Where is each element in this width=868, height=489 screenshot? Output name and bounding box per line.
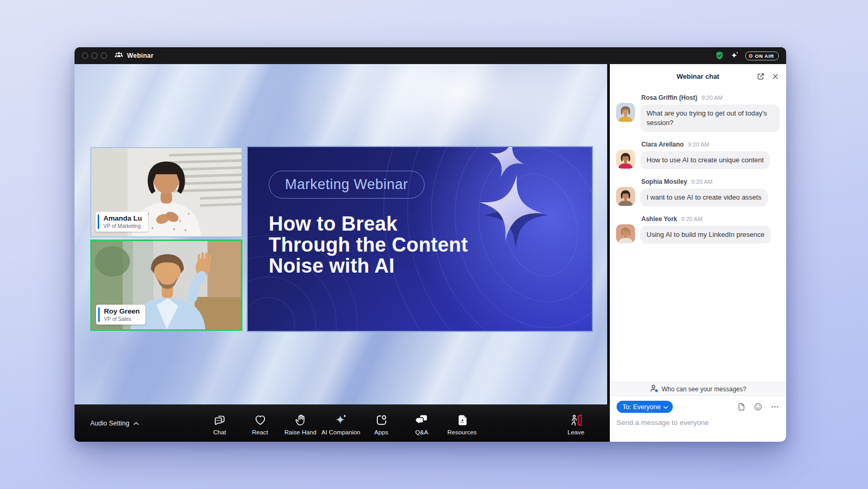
slide-title: How to Break Through the Content Noise w… [269,213,505,276]
message-sender: Sophia Mosiley [641,178,687,185]
avatar [616,103,635,122]
emoji-icon[interactable] [754,402,763,411]
video-tile-roy[interactable]: Roy Green VP of Sales [90,240,242,331]
toolbar-item-label: Apps [374,429,388,435]
audio-setting-button[interactable]: Audio Setting [90,420,139,427]
meeting-toolbar: Audio Setting ChatReactRaise HandAI Comp… [75,404,610,442]
toolbar-item-label: Chat [213,429,226,435]
toolbar-item-label: Leave [568,429,585,435]
message-sender: Clara Arellano [641,141,684,148]
avatar [616,224,635,243]
on-air-badge: ON AIR [745,51,779,60]
ai-companion-icon [334,413,348,427]
chat-message: Sophia Mosiley 9:20 AM I want to use AI … [616,178,780,206]
message-time: 9:20 AM [681,216,702,222]
chat-bubble-icon [213,413,227,427]
toolbar-chat-button[interactable]: Chat [199,404,240,442]
avatar [616,187,635,206]
resources-doc-icon [456,413,469,427]
recipient-selector[interactable]: To: Everyone [617,401,673,413]
message-time: 9:20 AM [702,95,723,101]
heart-icon [253,413,267,427]
video-tile-amanda[interactable]: Amanda Lu VP of Marketing [90,147,242,237]
nametag-roy: Roy Green VP of Sales [96,305,145,325]
qa-bubbles-icon [415,413,429,427]
webinar-people-icon [114,50,123,61]
chat-message: Clara Arellano 9:20 AM How to use AI to … [616,141,780,169]
person-visibility-icon [650,384,659,394]
chat-header: Webinar chat [610,64,786,89]
participant-role: VP of Sales [101,316,140,322]
on-air-dot-icon [749,54,753,58]
security-shield-icon[interactable] [715,51,724,60]
toolbar-react-button[interactable]: React [240,404,280,442]
chat-composer: To: Everyone Send a message to everyone [610,396,786,442]
message-time: 9:20 AM [688,141,709,148]
toolbar-apps-button[interactable]: Apps [361,404,401,442]
window-title: Webinar [127,52,154,59]
message-time: 9:20 AM [691,179,712,185]
chat-title: Webinar chat [676,72,719,80]
audio-setting-label: Audio Setting [90,420,129,427]
leave-door-icon [569,413,583,427]
toolbar-leave: Leave [556,404,596,442]
avatar [616,150,635,169]
message-bubble: What are you trying to get out of today'… [640,105,780,132]
toolbar-items: ChatReactRaise HandAI CompanionAppsQ&ARe… [199,404,482,442]
toolbar-item-label: Q&A [415,429,428,435]
message-bubble: How to use AI to create unique content [640,151,770,169]
window-maximize-button[interactable] [101,53,107,59]
participant-name: Amanda Lu [101,214,142,223]
message-bubble: Using AI to build my LinkedIn presence [640,226,771,244]
attach-file-icon[interactable] [737,402,746,411]
toolbar-resources-button[interactable]: Resources [442,404,482,442]
toolbar-item-label: Raise Hand [284,429,316,435]
shared-slide: Marketing Webinar How to Break Through t… [247,146,593,332]
toolbar-leave-button[interactable]: Leave [556,404,596,442]
chat-message-list[interactable]: Rosa Griffin (Host) 9:20 AM What are you… [610,89,786,382]
chevron-down-icon [663,403,668,411]
toolbar-q-a-button[interactable]: Q&A [401,404,442,442]
pop-out-icon[interactable] [756,72,765,81]
window-controls [82,53,107,59]
message-sender: Rosa Griffin (Host) [641,94,697,101]
privacy-bar[interactable]: Who can see your messages? [610,382,786,396]
video-stage: Amanda Lu VP of Marketing [75,64,610,442]
raised-hand-icon [294,413,308,427]
nametag-amanda: Amanda Lu VP of Marketing [96,212,148,232]
chat-message: Rosa Griffin (Host) 9:20 AM What are you… [616,94,780,132]
chevron-up-icon [133,420,139,427]
toolbar-raise-hand-button[interactable]: Raise Hand [280,404,321,442]
participant-name: Roy Green [101,307,140,316]
more-options-icon[interactable] [770,402,779,411]
window-close-button[interactable] [82,53,88,59]
slide-badge: Marketing Webinar [269,171,425,199]
ai-companion-sparkle-icon[interactable] [730,51,739,60]
title-bar: Webinar ON AIR [75,47,786,64]
message-sender: Ashlee York [641,215,677,223]
webinar-app-window: Webinar ON AIR [75,47,786,442]
toolbar-item-label: React [252,429,268,435]
toolbar-item-label: Resources [448,429,477,435]
privacy-note: Who can see your messages? [662,386,746,393]
apps-icon [375,413,388,427]
window-minimize-button[interactable] [91,53,98,59]
message-input[interactable]: Send a message to everyone [617,419,779,426]
participant-role: VP of Marketing [101,223,142,230]
close-icon[interactable] [771,72,779,80]
webinar-chat-panel: Webinar chat Rosa Griffin (Host) 9:20 AM… [610,64,786,442]
toolbar-ai-companion-button[interactable]: AI Companion [321,404,361,442]
toolbar-item-label: AI Companion [321,429,360,435]
chat-message: Ashlee York 9:20 AM Using AI to build my… [616,215,780,244]
message-bubble: I want to use AI to create video assets [640,189,768,206]
video-canvas: Amanda Lu VP of Marketing [75,64,607,404]
